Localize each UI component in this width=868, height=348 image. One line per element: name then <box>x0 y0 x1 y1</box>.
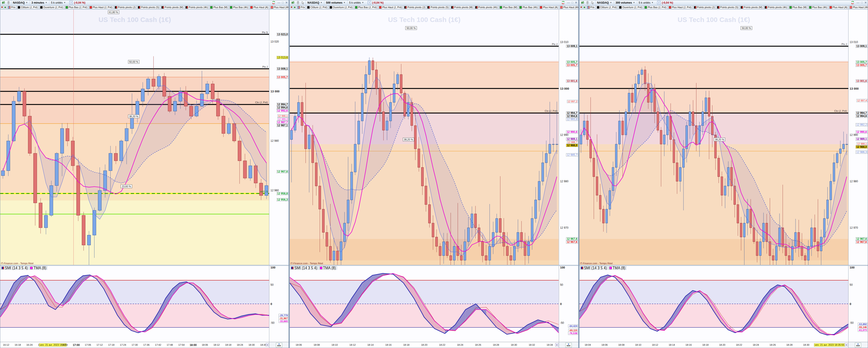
maximize-button[interactable]: □ <box>571 1 573 4</box>
pointer-tool-icon[interactable] <box>590 1 595 5</box>
legend-item[interactable]: Ouverture (J, Pré) <box>329 6 354 9</box>
legend-item[interactable]: Points pivots (J) <box>114 6 136 9</box>
indicator-legend-item[interactable]: TMA (8) <box>319 266 337 270</box>
legend-item[interactable]: Plus Bas (M) <box>209 6 228 9</box>
legend-item[interactable]: Plus Bas (J, Pré) <box>65 6 88 9</box>
price-axis[interactable]: 13 02013 00012 98012 96013 023,013 013,6… <box>269 9 288 265</box>
units-dropdown[interactable]: 5 k unités▼ <box>347 0 365 5</box>
time-scroll-more-button[interactable]: » <box>845 343 848 347</box>
minimize-button[interactable]: — <box>567 1 570 4</box>
price-axis[interactable]: 13 01013 00012 99012 98012 97013 009,113… <box>848 9 868 265</box>
indicator-legend-item[interactable]: TMA (8) <box>609 266 626 270</box>
price-chart-canvas[interactable]: US Tech 100 Cash (1€)IT-Finance.com - Te… <box>0 9 269 265</box>
instrument-dropdown[interactable]: NASDAQ▼ <box>306 0 324 5</box>
legend-item[interactable]: Plus Haut (4h) <box>270 6 289 9</box>
scroll-up-arrow-icon[interactable] <box>4 5 7 9</box>
link-tool-icon[interactable] <box>296 1 300 5</box>
legend-item[interactable]: Points pivots (M) <box>450 6 474 9</box>
axis-settings-button[interactable] <box>276 343 282 347</box>
pointer-tool-icon[interactable] <box>301 1 305 5</box>
scroll-down-arrow-icon[interactable] <box>580 5 583 9</box>
time-axis[interactable]: 18:0418:0618:0818:1018:1218:1418:1618:18… <box>580 342 848 348</box>
candle-tool-icon[interactable] <box>290 1 295 5</box>
legend-item[interactable]: Plus Bas (J, Pré) <box>644 6 668 9</box>
time-axis[interactable]: 16:1216:1816:2416:30ven. 21 avr. 2023 16… <box>0 342 269 348</box>
scroll-down-arrow-icon[interactable] <box>290 5 293 9</box>
timeframe-dropdown[interactable]: 300 volumes▼ <box>614 0 637 5</box>
indicator-legend-item[interactable]: SMI (14 3 5 4) <box>580 266 608 270</box>
legend-item[interactable]: Points pivots (4h) <box>474 6 498 9</box>
price-axis[interactable]: 13 01013 00012 99012 98012 97013 009,113… <box>559 9 578 265</box>
legend-item[interactable]: Points pivots (S) <box>426 6 450 9</box>
legend-item[interactable]: Plus Haut (A) <box>539 6 559 9</box>
legend-item[interactable]: Plus Bas (M) <box>499 6 518 9</box>
legend-item[interactable]: Clôture (J, Pré) <box>596 6 618 9</box>
timeframe-dropdown[interactable]: 3 minutes▼ <box>30 0 49 5</box>
legend-item[interactable]: Prix <box>297 6 306 9</box>
legend-item[interactable]: Ouverture (J, Pré) <box>39 6 64 9</box>
legend-item[interactable]: Plus Bas (4h) <box>229 6 249 9</box>
close-button[interactable]: ✕ <box>864 1 867 4</box>
legend-item[interactable]: Plus Bas (4h) <box>808 6 828 9</box>
price-chart-canvas[interactable]: US Tech 100 Cash (1€)IT-Finance.com - Te… <box>290 9 559 265</box>
legend-item[interactable]: Plus Haut (J, Pré) <box>378 6 403 9</box>
price-chart-canvas[interactable]: US Tech 100 Cash (1€)IT-Finance.com - Te… <box>580 9 848 265</box>
legend-item[interactable]: Points pivots (S) <box>716 6 739 9</box>
legend-item[interactable]: Clôture (J, Pré) <box>17 6 39 9</box>
legend-item[interactable]: Plus Bas (4h) <box>519 6 538 9</box>
candle-tool-icon[interactable] <box>580 1 585 5</box>
time-scroll-more-button[interactable]: » <box>266 343 269 347</box>
legend-item[interactable]: Points pivots (J) <box>693 6 716 9</box>
candle-tool-icon[interactable] <box>1 1 6 5</box>
timeframe-dropdown[interactable]: 500 volumes▼ <box>324 0 347 5</box>
legend-item[interactable]: Plus Haut (4h) <box>559 6 578 9</box>
indicator-legend-item[interactable]: TMA (8) <box>29 266 47 270</box>
instrument-dropdown[interactable]: NASDAQ▼ <box>11 0 29 5</box>
legend-item[interactable]: Plus Haut (A) <box>829 6 848 9</box>
legend-item[interactable]: Prix <box>586 6 595 9</box>
legend-item[interactable]: Points pivots (4h) <box>185 6 209 9</box>
scroll-up-arrow-icon[interactable] <box>293 5 296 9</box>
legend-item[interactable]: Points pivots (M) <box>160 6 184 9</box>
link-tool-icon[interactable] <box>6 1 11 5</box>
link-tool-icon[interactable] <box>585 1 590 5</box>
legend-item[interactable]: Clôture (J, Pré) <box>306 6 328 9</box>
info-icon[interactable]: i <box>69 1 73 4</box>
close-button[interactable]: ✕ <box>575 1 578 4</box>
maximize-button[interactable]: □ <box>861 1 863 4</box>
legend-item[interactable]: Points pivots (J) <box>403 6 426 9</box>
indicator-legend-item[interactable]: SMI (14 3 5 4) <box>1 266 29 270</box>
legend-item[interactable]: Plus Bas (J, Pré) <box>354 6 378 9</box>
legend-item[interactable]: Plus Haut (J, Pré) <box>89 6 113 9</box>
axis-settings-button[interactable] <box>855 343 861 347</box>
scroll-down-arrow-icon[interactable] <box>1 5 3 9</box>
legend-item[interactable]: Points pivots (S) <box>137 6 160 9</box>
refresh-icon[interactable] <box>561 1 565 5</box>
indicator-axis[interactable]: 100500-50-53,892-55,146-61,073 <box>848 266 868 342</box>
refresh-icon[interactable] <box>271 1 276 5</box>
minimize-button[interactable]: — <box>857 1 859 4</box>
units-dropdown[interactable]: 5 k unités▼ <box>637 0 655 5</box>
legend-item[interactable]: Plus Haut (J, Pré) <box>668 6 692 9</box>
legend-item[interactable]: Plus Bas (M) <box>788 6 808 9</box>
close-button[interactable]: ✕ <box>285 1 288 4</box>
legend-item[interactable]: Prix <box>7 6 16 9</box>
legend-item[interactable]: Plus Haut (A) <box>249 6 269 9</box>
info-icon[interactable]: i <box>657 1 660 4</box>
info-icon[interactable]: i <box>368 1 371 4</box>
scroll-up-arrow-icon[interactable] <box>583 5 586 9</box>
indicator-canvas[interactable]: SMI (14 3 5 4)TMA (8) <box>580 266 848 342</box>
indicator-canvas[interactable]: SMI (14 3 5 4)TMA (8) <box>0 266 269 342</box>
axis-settings-button[interactable] <box>565 343 572 347</box>
indicator-axis[interactable]: 100500-50-64,424-69,115-76,538 <box>559 266 578 342</box>
legend-item[interactable]: Points pivots (M) <box>740 6 763 9</box>
minimize-button[interactable]: — <box>277 1 280 4</box>
maximize-button[interactable]: □ <box>282 1 284 4</box>
indicator-canvas[interactable]: SMI (14 3 5 4)TMA (8) <box>290 266 559 342</box>
units-dropdown[interactable]: 5 k unités▼ <box>49 0 67 5</box>
legend-item[interactable]: Ouverture (J, Pré) <box>618 6 643 9</box>
time-scroll-more-button[interactable]: » <box>555 343 559 347</box>
indicator-legend-item[interactable]: SMI (14 3 5 4) <box>290 266 318 270</box>
refresh-icon[interactable] <box>850 1 855 5</box>
indicator-axis[interactable]: 100500-50-29,779-31,967-33,665 <box>269 266 288 342</box>
